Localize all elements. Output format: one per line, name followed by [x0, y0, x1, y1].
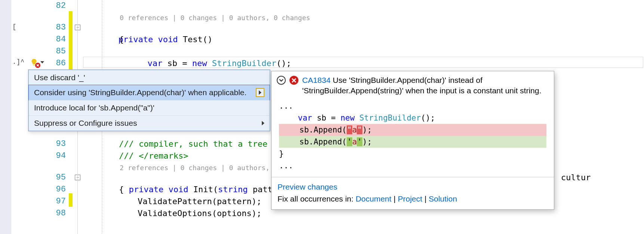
identifier: Test()	[178, 35, 212, 44]
diff-added-token: '	[347, 137, 352, 146]
quick-actions-menu: Use discard '_' Consider using 'StringBu…	[28, 69, 270, 131]
code-text: sb.Append(	[280, 137, 347, 146]
code-line[interactable]: private void Init(string pattern	[119, 172, 287, 196]
preview-rule-text: CA1834 Use 'StringBuilder.Append(char)' …	[302, 75, 542, 96]
code-line[interactable]: /// compiler, such that a tree s	[119, 138, 277, 150]
chevron-right-icon	[262, 121, 264, 125]
keyword: new	[340, 113, 355, 122]
ellipsis: ...	[279, 102, 293, 110]
outline-bracket: [	[12, 23, 16, 31]
left-strip	[0, 0, 11, 234]
diff-added-line: sb.Append('a');	[279, 136, 546, 148]
string-literal: a	[352, 125, 357, 134]
quick-action-preview-panel: CA1834 Use 'StringBuilder.Append(char)' …	[271, 71, 554, 210]
quick-action-label: Introduce local for 'sb.Append("a")'	[34, 103, 154, 112]
separator-pipe: |	[392, 194, 398, 203]
code-line[interactable]: /// </remarks>	[119, 150, 188, 162]
rule-msg: 'StringBuilder.Append(string)' when the …	[302, 86, 542, 95]
lightbulb-error-overlay-icon	[35, 63, 40, 68]
quick-action-label: Consider using 'StringBuilder.Append(cha…	[34, 88, 246, 97]
string-literal: a	[352, 137, 357, 146]
identifier: Init(	[188, 185, 218, 194]
error-icon	[289, 76, 298, 85]
dropdown-caret-icon	[40, 61, 44, 63]
code-text: }	[279, 149, 284, 158]
rule-id-link[interactable]: CA1834	[302, 76, 331, 84]
line-number: 82	[56, 0, 66, 12]
fix-in-project-link[interactable]: Project	[398, 194, 422, 203]
diff-added-token: '	[357, 137, 362, 146]
line-number: 97	[56, 196, 66, 208]
line-number: 93	[56, 138, 66, 150]
code-text: );	[362, 125, 372, 134]
chevron-right-icon	[259, 90, 261, 95]
preview-changes-link[interactable]: Preview changes	[277, 182, 337, 191]
code-line[interactable]: {	[119, 34, 124, 46]
code-line-overflow: cultur	[561, 172, 591, 184]
line-number: 83	[56, 22, 66, 34]
preview-header: CA1834 Use 'StringBuilder.Append(char)' …	[272, 71, 554, 99]
line-number: 95	[56, 172, 66, 184]
keyword: private	[129, 185, 164, 194]
code-text: sb =	[312, 113, 341, 122]
code-text: ();	[276, 59, 291, 68]
lightbulb-quick-actions[interactable]	[30, 57, 49, 68]
quick-action-item-introduce-local[interactable]: Introduce local for 'sb.Append("a")'	[29, 100, 270, 115]
line-number: 86	[56, 57, 66, 69]
quick-action-label: Use discard '_'	[34, 73, 85, 82]
quick-action-item-append-char[interactable]: Consider using 'StringBuilder.Append(cha…	[28, 85, 270, 100]
code-text: ();	[421, 113, 435, 122]
preview-footer: Preview changes Fix all occurrences in: …	[272, 179, 554, 209]
keyword: void	[158, 35, 178, 44]
line-number: 98	[56, 208, 66, 219]
change-bar	[69, 11, 73, 71]
line-number: 85	[56, 46, 66, 57]
quick-action-item-discard[interactable]: Use discard '_'	[29, 70, 270, 85]
submenu-arrow-box[interactable]	[256, 88, 264, 97]
fix-in-document-link[interactable]: Document	[356, 194, 392, 203]
lightbulb-icon	[30, 58, 38, 66]
diff-removed-line: sb.Append("a");	[279, 124, 546, 136]
collapse-toggle-icon[interactable]	[277, 76, 286, 85]
code-text: );	[362, 137, 372, 146]
change-bar	[69, 193, 73, 207]
line-number: 96	[56, 184, 66, 196]
fix-occurrences-label: Fix all occurrences in:	[277, 194, 356, 203]
rule-msg: Use 'StringBuilder.Append(char)' instead…	[331, 76, 482, 84]
line-number: 84	[56, 34, 66, 46]
fix-in-solution-link[interactable]: Solution	[429, 194, 457, 203]
quick-action-label: Suppress or Configure issues	[34, 119, 137, 128]
separator-pipe: |	[422, 194, 429, 203]
code-line[interactable]: ValidateOptions(options);	[138, 208, 261, 219]
separator	[272, 177, 554, 177]
diff-removed-token: "	[357, 125, 362, 134]
keyword: void	[168, 185, 188, 194]
ellipsis: ...	[279, 161, 293, 170]
code-line[interactable]: ValidatePattern(pattern);	[138, 196, 261, 208]
code-line[interactable]: private void Test()	[108, 22, 212, 46]
quick-action-item-suppress[interactable]: Suppress or Configure issues	[29, 115, 270, 131]
type-name: StringBuilder	[359, 113, 421, 122]
keyword: string	[218, 185, 248, 194]
outline-caret: .]^	[12, 58, 24, 66]
keyword: var	[298, 113, 312, 122]
preview-diff: ... var sb = new StringBuilder(); sb.App…	[272, 99, 554, 175]
diff-removed-token: "	[347, 125, 352, 134]
line-number: 94	[56, 150, 66, 162]
code-text: sb.Append(	[280, 125, 347, 134]
code-line[interactable]: {	[119, 184, 124, 196]
